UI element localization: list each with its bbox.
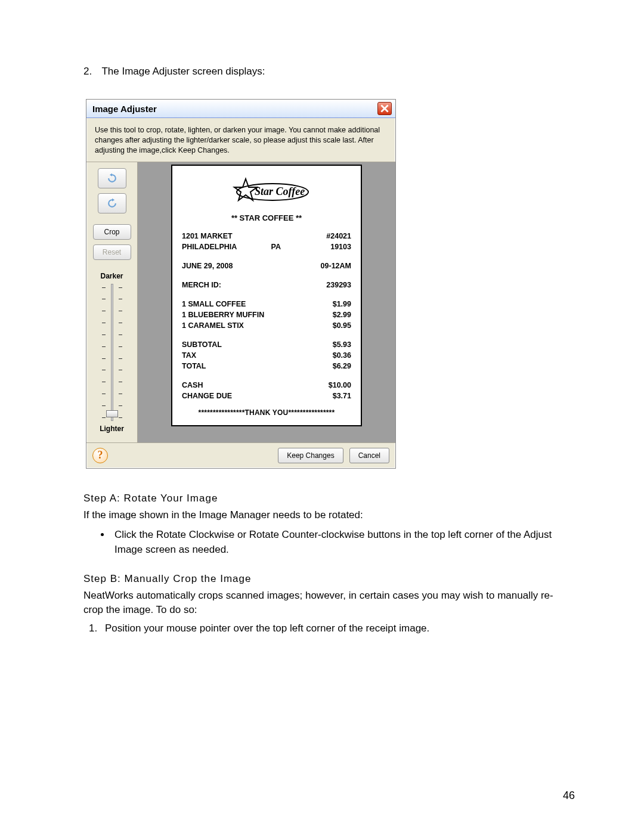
receipt-time: 09-12AM (321, 262, 351, 270)
brightness-slider-box: Darker Lighter (98, 268, 126, 436)
dialog-titlebar: Image Adjuster (86, 100, 395, 118)
cash-label: CASH (182, 381, 203, 389)
receipt-merch-label: MERCH ID: (182, 281, 221, 289)
lighter-label: Lighter (98, 425, 126, 433)
step-a-bullets: Click the Rotate Clockwise or Rotate Cou… (111, 528, 572, 557)
receipt-row: PHILADELPHIA PA 19103 (182, 243, 351, 251)
step-a-lead: If the image shown in the Image Manager … (83, 508, 572, 522)
receipt-item-row: 1 CARAMEL STIX $0.95 (182, 321, 351, 330)
dialog-button-bar: ? Keep Changes Cancel (86, 443, 395, 468)
receipt-row: CASH $10.00 (182, 381, 351, 389)
keep-changes-button[interactable]: Keep Changes (278, 448, 343, 463)
dialog-instruction: Use this tool to crop, rotate, lighten, … (86, 118, 395, 162)
help-button[interactable]: ? (92, 448, 108, 463)
change-label: CHANGE DUE (182, 392, 232, 400)
intro-number: 2. (83, 66, 99, 78)
star-coffee-logo-icon: Star Coffee (219, 174, 314, 208)
close-icon (380, 104, 389, 113)
step-b-steps: Position your mouse pointer over the top… (100, 623, 572, 634)
item-price: $1.99 (333, 300, 351, 308)
receipt-address-street: 1201 MARKET (182, 232, 233, 240)
rotate-ccw-icon (106, 172, 118, 184)
rotate-ccw-button[interactable] (98, 168, 126, 188)
step-b-lead: NeatWorks automatically crops scanned im… (83, 589, 572, 617)
subtotal-label: SUBTOTAL (182, 340, 222, 349)
cancel-label: Cancel (358, 451, 380, 460)
step-b-step-1: Position your mouse pointer over the top… (100, 623, 572, 634)
receipt-row: 1201 MARKET #24021 (182, 232, 351, 240)
cash-value: $10.00 (329, 381, 351, 389)
darker-label: Darker (98, 272, 126, 280)
image-canvas[interactable]: Star Coffee ** STAR COFFEE ** 1201 MARKE… (138, 162, 395, 442)
receipt-store-number: #24021 (326, 232, 351, 240)
item-name: 1 CARAMEL STIX (182, 321, 244, 330)
receipt-logo: Star Coffee (182, 174, 351, 210)
brightness-slider[interactable] (98, 284, 126, 421)
page-number: 46 (563, 789, 575, 802)
item-price: $0.95 (333, 321, 351, 330)
item-price: $2.99 (333, 311, 351, 319)
receipt-item-row: 1 SMALL COFFEE $1.99 (182, 300, 351, 308)
receipt-date: JUNE 29, 2008 (182, 262, 233, 270)
svg-text:Star Coffee: Star Coffee (255, 185, 305, 197)
intro-line: 2. The Image Adjuster screen displays: (83, 66, 572, 78)
rotate-cw-icon (106, 197, 118, 209)
help-icon: ? (98, 449, 103, 462)
total-label: TOTAL (182, 362, 206, 370)
tax-value: $0.36 (333, 351, 351, 360)
item-name: 1 BLUEBERRY MUFFIN (182, 311, 264, 319)
close-button[interactable] (377, 102, 392, 115)
receipt-row: MERCH ID: 239293 (182, 281, 351, 289)
intro-text: The Image Adjuster screen displays: (101, 66, 265, 77)
receipt-row: CHANGE DUE $3.71 (182, 392, 351, 400)
receipt-image: Star Coffee ** STAR COFFEE ** 1201 MARKE… (171, 165, 362, 426)
receipt-headline: ** STAR COFFEE ** (182, 213, 351, 222)
receipt-city: PHILADELPHIA (182, 243, 237, 251)
receipt-row: JUNE 29, 2008 09-12AM (182, 262, 351, 270)
step-a-bullet: Click the Rotate Clockwise or Rotate Cou… (111, 528, 572, 557)
receipt-zip: 19103 (330, 243, 351, 251)
tax-label: TAX (182, 351, 196, 360)
subtotal-value: $5.93 (333, 340, 351, 349)
item-name: 1 SMALL COFFEE (182, 300, 246, 308)
receipt-items: 1 SMALL COFFEE $1.99 1 BLUEBERRY MUFFIN … (182, 300, 351, 330)
slider-rail (111, 284, 113, 421)
document-page: 2. The Image Adjuster screen displays: I… (0, 0, 644, 833)
image-adjuster-dialog: Image Adjuster Use this tool to crop, ro… (86, 99, 396, 469)
receipt-row: SUBTOTAL $5.93 (182, 340, 351, 349)
step-b-heading: Step B: Manually Crop the Image (83, 573, 572, 585)
receipt-state: PA (271, 243, 281, 251)
receipt-row: TAX $0.36 (182, 351, 351, 360)
rotate-cw-button[interactable] (98, 193, 126, 213)
reset-button[interactable]: Reset (93, 244, 131, 260)
total-value: $6.29 (333, 362, 351, 370)
cancel-button[interactable]: Cancel (349, 448, 389, 463)
dialog-title: Image Adjuster (92, 104, 157, 114)
slider-handle[interactable] (106, 410, 118, 417)
receipt-item-row: 1 BLUEBERRY MUFFIN $2.99 (182, 311, 351, 319)
receipt-merch-id: 239293 (326, 281, 351, 289)
receipt-row: TOTAL $6.29 (182, 362, 351, 370)
crop-label: Crop (104, 228, 119, 236)
tools-column: Crop Reset Darker Lighter (86, 162, 138, 442)
receipt-thank-you: ****************THANK YOU***************… (182, 408, 351, 417)
step-a-heading: Step A: Rotate Your Image (83, 493, 572, 504)
dialog-body: Crop Reset Darker Lighter (86, 162, 395, 443)
keep-changes-label: Keep Changes (287, 451, 334, 460)
reset-label: Reset (103, 248, 121, 256)
crop-button[interactable]: Crop (93, 224, 131, 240)
change-value: $3.71 (333, 392, 351, 400)
